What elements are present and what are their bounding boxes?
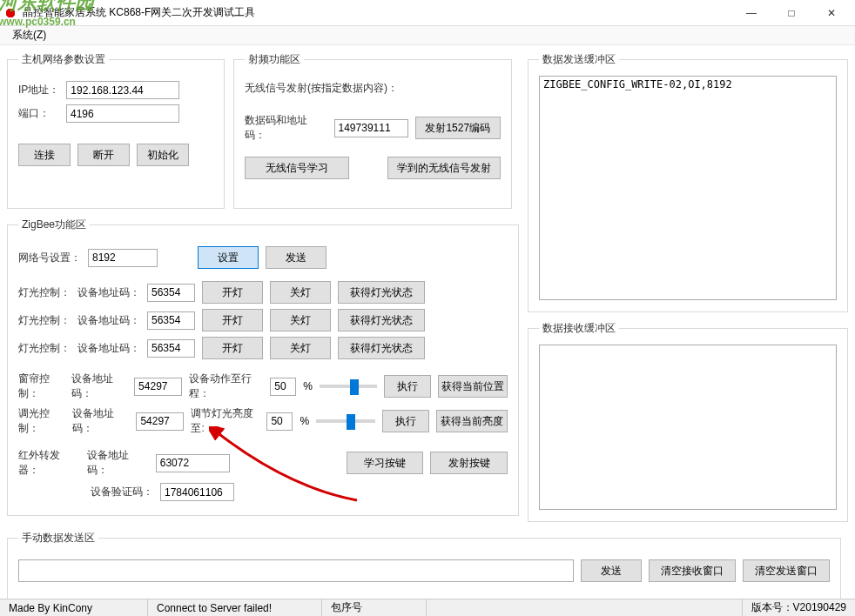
percent-label-2: % (300, 415, 309, 427)
titlebar: 晶控智能家居系统 KC868-F网关二次开发调试工具 — □ ✕ (0, 0, 855, 26)
ip-label: IP地址： (18, 83, 59, 97)
ir-verify-input[interactable] (160, 483, 234, 501)
clear-recv-button[interactable]: 清空接收窗口 (649, 559, 736, 582)
curtain-exec-button[interactable]: 执行 (384, 375, 430, 398)
light2-label: 灯光控制： (18, 313, 71, 328)
dimmer-addr-input[interactable] (136, 412, 184, 431)
rf-code-input[interactable] (334, 119, 408, 137)
light1-on-button[interactable]: 开灯 (202, 281, 263, 304)
light1-status-button[interactable]: 获得灯光状态 (338, 281, 425, 304)
zigbee-legend: ZigBee功能区 (18, 218, 90, 232)
rf-code-label: 数据码和地址码： (245, 113, 327, 143)
send-buffer-textarea[interactable]: ZIGBEE_CONFIG_WRITE-02,OI,8192 (539, 76, 837, 300)
clear-send-button[interactable]: 清空发送窗口 (743, 559, 830, 582)
light2-status-button[interactable]: 获得灯光状态 (338, 309, 425, 331)
light1-addr-label: 设备地址码： (77, 285, 140, 300)
dimmer-val-input[interactable] (266, 412, 293, 431)
recv-buffer-legend: 数据接收缓冲区 (539, 321, 619, 336)
light2-addr-input[interactable] (147, 311, 195, 330)
statusbar: Made By KinCony Connect to Server failed… (0, 599, 855, 616)
curtain-label: 窗帘控制： (18, 372, 64, 401)
zigbee-group: ZigBee功能区 网络号设置： 设置 发送 灯光控制： 设备地址码： 开灯 关… (7, 218, 519, 516)
light3-status-button[interactable]: 获得灯光状态 (338, 337, 425, 359)
light1-addr-input[interactable] (147, 284, 195, 302)
dimmer-exec-button[interactable]: 执行 (382, 410, 429, 432)
percent-label: % (303, 380, 313, 392)
connect-button[interactable]: 连接 (18, 144, 71, 166)
light3-addr-input[interactable] (147, 339, 195, 358)
maximize-button[interactable]: □ (771, 0, 811, 26)
ip-input[interactable] (66, 81, 179, 99)
light1-label: 灯光控制： (18, 285, 71, 300)
light3-addr-label: 设备地址码： (77, 341, 140, 356)
curtain-getpos-button[interactable]: 获得当前位置 (438, 375, 508, 398)
manual-send-button[interactable]: 发送 (581, 559, 642, 582)
port-input[interactable] (66, 104, 179, 123)
host-legend: 主机网络参数设置 (18, 52, 109, 67)
send-buffer-legend: 数据发送缓冲区 (539, 52, 619, 67)
light2-on-button[interactable]: 开灯 (202, 309, 263, 331)
curtain-addr-label: 设备地址码： (71, 372, 127, 401)
rf-1527-button[interactable]: 发射1527编码 (415, 117, 501, 139)
menubar: 系统(Z) (0, 26, 855, 45)
rf-group: 射频功能区 无线信号发射(按指定数据内容)： 数据码和地址码： 发射1527编码… (233, 52, 512, 209)
app-icon (3, 6, 17, 20)
dimmer-slider[interactable] (316, 419, 375, 423)
close-button[interactable]: ✕ (811, 0, 852, 26)
rf-legend: 射频功能区 (245, 52, 304, 67)
ir-learn-button[interactable]: 学习按键 (347, 452, 424, 474)
disconnect-button[interactable]: 断开 (77, 144, 130, 166)
manual-legend: 手动数据发送区 (18, 531, 98, 546)
dimmer-label: 调光控制： (18, 406, 65, 436)
recv-buffer-textarea[interactable] (539, 345, 837, 510)
zigbee-set-button[interactable]: 设置 (198, 246, 259, 269)
curtain-addr-input[interactable] (134, 378, 182, 396)
light3-label: 灯光控制： (18, 341, 71, 356)
manual-input[interactable] (18, 559, 574, 582)
dimmer-getbr-button[interactable]: 获得当前亮度 (436, 410, 508, 432)
rf-learn-button[interactable]: 无线信号学习 (245, 157, 349, 179)
rf-emit-button[interactable]: 学到的无线信号发射 (387, 157, 501, 179)
curtain-val-input[interactable] (270, 378, 296, 396)
window-title: 晶控智能家居系统 KC868-F网关二次开发调试工具 (23, 5, 731, 20)
recv-buffer-group: 数据接收缓冲区 (528, 321, 848, 522)
manual-send-group: 手动数据发送区 发送 清空接收窗口 清空发送窗口 (7, 531, 841, 600)
light3-on-button[interactable]: 开灯 (202, 337, 263, 359)
light1-off-button[interactable]: 关灯 (270, 281, 331, 304)
send-buffer-group: 数据发送缓冲区 ZIGBEE_CONFIG_WRITE-02,OI,8192 (528, 52, 848, 312)
ir-addr-input[interactable] (156, 454, 230, 472)
zigbee-send-button[interactable]: 发送 (266, 246, 327, 269)
light3-off-button[interactable]: 关灯 (270, 337, 331, 359)
status-made-by: Made By KinCony (0, 599, 148, 616)
ir-addr-label: 设备地址码： (87, 448, 149, 478)
ir-verify-label: 设备验证码： (91, 485, 153, 499)
status-package: 包序号 (322, 599, 427, 616)
dimmer-action-label: 调节灯光亮度至: (191, 406, 259, 436)
netid-label: 网络号设置： (18, 251, 81, 265)
status-connection: Connect to Server failed! (148, 599, 322, 616)
menu-system[interactable]: 系统(Z) (5, 26, 53, 44)
rf-send-label: 无线信号发射(按指定数据内容)： (245, 81, 398, 96)
minimize-button[interactable]: — (731, 0, 771, 26)
curtain-action-label: 设备动作至行程： (189, 372, 263, 401)
light2-addr-label: 设备地址码： (77, 313, 140, 328)
dimmer-addr-label: 设备地址码： (72, 406, 129, 436)
ir-label: 红外转发器： (18, 448, 80, 478)
light2-off-button[interactable]: 关灯 (270, 309, 331, 331)
ir-emit-button[interactable]: 发射按键 (430, 452, 508, 474)
curtain-slider[interactable] (320, 385, 378, 388)
host-network-group: 主机网络参数设置 IP地址： 端口： 连接 断开 初始化 (7, 52, 225, 209)
init-button[interactable]: 初始化 (137, 144, 189, 166)
netid-input[interactable] (88, 249, 158, 267)
status-version: 版本号：V20190429 (743, 599, 855, 616)
port-label: 端口： (18, 106, 50, 121)
